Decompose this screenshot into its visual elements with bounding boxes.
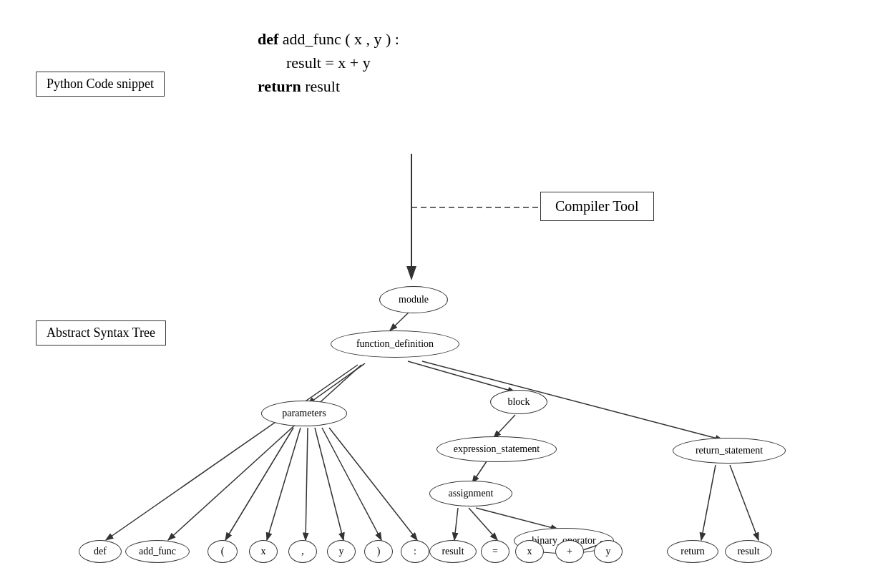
svg-line-8 bbox=[472, 461, 487, 483]
svg-line-12 bbox=[225, 428, 293, 540]
code-line2: result = x + y bbox=[258, 51, 399, 74]
diagram-container: Python Code snippet def add_func ( x , y… bbox=[0, 0, 878, 588]
code-return-keyword: return bbox=[258, 77, 301, 95]
node-colon: : bbox=[401, 540, 429, 563]
node-lparen: ( bbox=[208, 540, 238, 563]
svg-line-11 bbox=[168, 365, 361, 540]
svg-line-6 bbox=[408, 361, 515, 392]
node-x1: x bbox=[249, 540, 278, 563]
abstract-syntax-tree-label: Abstract Syntax Tree bbox=[36, 320, 166, 346]
code-line3: return result bbox=[258, 74, 399, 98]
node-comma: , bbox=[288, 540, 317, 563]
node-return-kw: return bbox=[667, 540, 718, 563]
node-result1: result bbox=[429, 540, 477, 563]
node-function-definition: function_definition bbox=[331, 330, 459, 358]
svg-line-5 bbox=[308, 363, 365, 404]
node-x2-visible: x bbox=[515, 540, 544, 563]
node-eq: = bbox=[481, 540, 509, 563]
node-def: def bbox=[79, 540, 122, 563]
node-y1: y bbox=[327, 540, 356, 563]
node-add-func: add_func bbox=[125, 540, 190, 563]
svg-line-15 bbox=[315, 428, 343, 540]
code-line3-rest: result bbox=[301, 77, 340, 95]
svg-line-24 bbox=[701, 465, 716, 540]
code-def-keyword: def bbox=[258, 30, 278, 48]
code-line1: def add_func ( x , y ) : bbox=[258, 27, 399, 51]
code-line1-rest: add_func ( x , y ) : bbox=[278, 30, 399, 48]
node-plus-visible: + bbox=[555, 540, 584, 563]
node-assignment: assignment bbox=[429, 481, 512, 506]
svg-line-16 bbox=[322, 428, 381, 540]
svg-line-7 bbox=[494, 415, 515, 438]
svg-line-9 bbox=[422, 361, 723, 440]
code-block: def add_func ( x , y ) : result = x + y … bbox=[258, 27, 399, 98]
node-y2-visible: y bbox=[594, 540, 623, 563]
compiler-tool-box: Compiler Tool bbox=[540, 192, 654, 221]
node-block: block bbox=[490, 390, 547, 414]
svg-line-17 bbox=[329, 428, 417, 540]
svg-line-20 bbox=[476, 508, 558, 529]
svg-line-25 bbox=[730, 465, 759, 540]
node-parameters: parameters bbox=[261, 401, 347, 426]
python-code-snippet-label: Python Code snippet bbox=[36, 72, 165, 97]
svg-line-13 bbox=[267, 428, 301, 540]
node-rparen: ) bbox=[364, 540, 393, 563]
node-expression-statement: expression_statement bbox=[436, 436, 557, 462]
svg-line-19 bbox=[469, 508, 497, 540]
node-return-statement: return_statement bbox=[673, 438, 786, 464]
svg-line-18 bbox=[454, 508, 458, 540]
node-module: module bbox=[379, 286, 448, 313]
node-result2: result bbox=[725, 540, 772, 563]
svg-line-10 bbox=[106, 365, 358, 540]
svg-line-14 bbox=[306, 428, 308, 540]
